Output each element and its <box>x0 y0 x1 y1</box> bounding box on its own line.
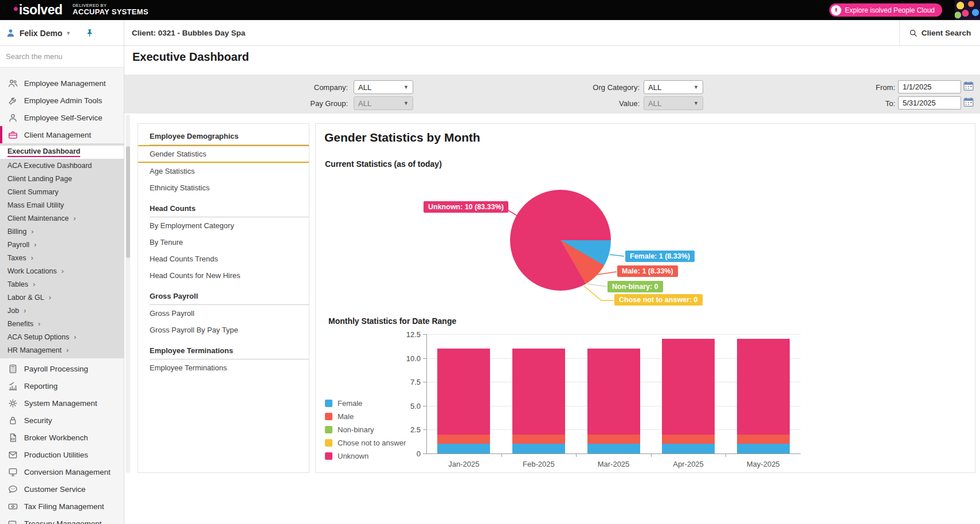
sidebar-item-label: Conversion Management <box>24 468 111 476</box>
calendar-icon[interactable] <box>963 97 974 107</box>
sidebar-item-employee-management[interactable]: Employee Management <box>0 75 124 92</box>
explore-people-cloud-button[interactable]: Explore isolved People Cloud <box>829 3 942 17</box>
sidebar-subitem-hr-management[interactable]: HR Management› <box>0 343 124 357</box>
sidebar-subitem-label: Payroll <box>7 241 29 249</box>
pay-group-select[interactable]: ALL▼ <box>354 96 413 110</box>
gender-pie-chart[interactable] <box>510 190 611 291</box>
sidebar-item-payroll-processing[interactable]: Payroll Processing <box>0 360 124 377</box>
nav-item-gender-statistics[interactable]: Gender Statistics <box>138 145 309 163</box>
calendar-icon[interactable] <box>963 81 974 91</box>
chevron-down-icon[interactable]: ▼ <box>66 30 71 36</box>
search-icon <box>909 29 918 37</box>
sidebar-subitem-label: Billing <box>7 228 26 236</box>
nav-item-age-statistics[interactable]: Age Statistics <box>138 163 309 179</box>
client-search-button[interactable]: Client Search <box>899 20 980 46</box>
pie-label-male: Male: 1 (8.33%) <box>617 265 678 277</box>
chevron-down-icon: ▼ <box>403 100 409 106</box>
sidebar-subitem-labor-gl[interactable]: Labor & GL› <box>0 291 124 304</box>
sidebar-subitem-taxes[interactable]: Taxes› <box>0 251 124 264</box>
nav-item-ethnicity-statistics[interactable]: Ethnicity Statistics <box>138 179 309 196</box>
to-date-input[interactable] <box>898 96 961 110</box>
gear-icon <box>7 398 18 409</box>
sidebar-subitem-aca-executive-dashboard[interactable]: ACA Executive Dashboard <box>0 159 124 172</box>
nav-section-gross-payroll: Gross Payroll <box>150 292 309 305</box>
from-date-label: From: <box>849 83 895 92</box>
pay-group-label: Pay Group: <box>279 99 348 108</box>
sidebar-subitem-label: Tables <box>7 280 28 288</box>
sidebar-subitem-aca-setup-options[interactable]: ACA Setup Options› <box>0 330 124 343</box>
menu-search-input[interactable] <box>0 46 124 68</box>
nav-item-head-counts-trends[interactable]: Head Counts Trends <box>138 251 309 267</box>
sidebar-subitem-billing[interactable]: Billing› <box>0 225 124 238</box>
sidebar-item-treasury-management[interactable]: Treasury Management <box>0 515 124 524</box>
sidebar-subitem-tables[interactable]: Tables› <box>0 277 124 291</box>
org-category-select[interactable]: ALL▼ <box>644 80 703 94</box>
chevron-right-icon: › <box>74 333 76 341</box>
user-menu[interactable]: Felix Demo ▼ <box>0 20 124 46</box>
legend-label: Chose not to answer <box>338 439 406 447</box>
sidebar-item-broker-workbench[interactable]: Broker Workbench <box>0 429 124 446</box>
sidebar-subitem-client-landing-page[interactable]: Client Landing Page <box>0 172 124 185</box>
sidebar-subitem-job[interactable]: Job› <box>0 304 124 317</box>
nav-item-gross-payroll-by-pay-type[interactable]: Gross Payroll By Pay Type <box>138 322 309 338</box>
sidebar-item-employee-admin-tools[interactable]: Employee Admin Tools <box>0 92 124 109</box>
company-select[interactable]: ALL▼ <box>354 80 413 94</box>
legend-item-male[interactable]: Male <box>325 410 406 423</box>
sidebar-subitem-work-locations[interactable]: Work Locations› <box>0 264 124 277</box>
user-avatar[interactable] <box>955 0 980 20</box>
sidebar-scrollbar-thumb[interactable] <box>126 146 130 258</box>
sidebar-item-reporting[interactable]: Reporting <box>0 377 124 394</box>
sidebar-item-label: Treasury Management <box>24 519 101 524</box>
client-search-label: Client Search <box>922 29 971 37</box>
user-name[interactable]: Felix Demo <box>19 29 62 38</box>
sidebar-item-client-management[interactable]: Client Management <box>0 126 124 143</box>
client-context-label: Client: 0321 - Bubbles Day Spa <box>132 20 245 46</box>
bar-segment-unknown-apr-2025 <box>662 339 715 434</box>
nav-item-employee-terminations[interactable]: Employee Terminations <box>138 359 309 376</box>
nav-item-by-tenure[interactable]: By Tenure <box>138 234 309 251</box>
sidebar-item-conversion-management[interactable]: Conversion Management <box>0 463 124 480</box>
sidebar-item-tax-filing-management[interactable]: Tax Filing Management <box>0 498 124 515</box>
legend-item-chose-not-to-answer[interactable]: Chose not to answer <box>325 436 406 449</box>
banknote-icon <box>7 501 18 512</box>
pin-icon[interactable] <box>85 28 95 38</box>
nav-section-employee-terminations: Employee Terminations <box>150 346 309 359</box>
sidebar-item-customer-service[interactable]: Customer Service <box>0 480 124 498</box>
sidebar-subitem-executive-dashboard[interactable]: Executive Dashboard <box>0 146 124 159</box>
bar-chart-legend: FemaleMaleNon-binaryChose not to answerU… <box>325 397 406 463</box>
sidebar-subitem-client-summary[interactable]: Client Summary <box>0 185 124 198</box>
org-category-label: Org Category: <box>571 83 640 92</box>
sidebar-item-label: Broker Workbench <box>24 433 88 442</box>
bar-segment-unknown-may-2025 <box>737 339 790 434</box>
nav-section-head-counts: Head Counts <box>150 204 309 217</box>
chevron-right-icon: › <box>66 346 69 354</box>
to-date-label: To: <box>849 99 895 108</box>
x-axis-label: Jan-2025 <box>448 460 479 468</box>
sidebar-subitem-client-maintenance[interactable]: Client Maintenance› <box>0 212 124 225</box>
legend-item-female[interactable]: Female <box>325 397 406 410</box>
value-select[interactable]: ALL▼ <box>644 96 703 110</box>
envelope-icon <box>7 449 18 460</box>
sidebar-item-label: Reporting <box>24 382 58 390</box>
explore-pill-label: Explore isolved People Cloud <box>845 6 935 14</box>
sidebar-item-production-utilities[interactable]: Production Utilities <box>0 446 124 463</box>
sidebar-item-security[interactable]: Security <box>0 412 124 429</box>
nav-item-by-employment-category[interactable]: By Employment Category <box>138 217 309 234</box>
chevron-right-icon: › <box>34 241 36 248</box>
sidebar-subitem-benefits[interactable]: Benefits› <box>0 317 124 330</box>
chevron-right-icon: › <box>61 267 64 275</box>
y-axis-label: 12.5 <box>406 330 421 339</box>
sidebar-subitem-label: Benefits <box>7 320 33 328</box>
sidebar-item-employee-self-service[interactable]: Employee Self-Service <box>0 109 124 126</box>
legend-item-unknown[interactable]: Unknown <box>325 449 406 463</box>
sidebar-item-system-management[interactable]: System Management <box>0 394 124 412</box>
nav-item-head-counts-for-new-hires[interactable]: Head Counts for New Hires <box>138 267 309 284</box>
sidebar-subitem-label: Client Summary <box>7 188 58 196</box>
monthly-stacked-bar-chart: 02.55.07.510.012.5Jan-2025Feb-2025Mar-20… <box>426 334 801 453</box>
nav-item-gross-payroll[interactable]: Gross Payroll <box>138 305 309 322</box>
from-date-input[interactable] <box>898 80 961 93</box>
client-management-submenu: Executive DashboardACA Executive Dashboa… <box>0 143 124 358</box>
sidebar-subitem-mass-email-utility[interactable]: Mass Email Utility <box>0 198 124 212</box>
sidebar-subitem-payroll[interactable]: Payroll› <box>0 238 124 251</box>
legend-item-non-binary[interactable]: Non-binary <box>325 423 406 436</box>
